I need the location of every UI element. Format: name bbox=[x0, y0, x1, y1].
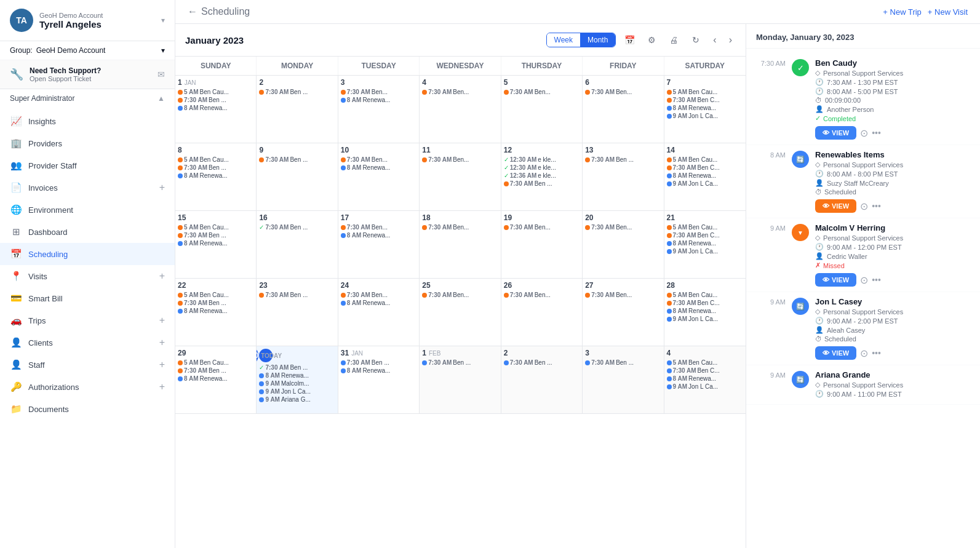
cal-day-jan8[interactable]: 8 5 AM Ben Cau... 7:30 AM Ben ... 8 AM R… bbox=[175, 143, 257, 210]
cal-event[interactable]: 7:30 AM Ben... bbox=[422, 156, 498, 163]
cal-day-jan1[interactable]: 1 JAN 5 AM Ben Cau... 7:30 AM Ben ... 8 … bbox=[175, 76, 257, 143]
sidebar-support[interactable]: 🔧 Need Tech Support? Open Support Ticket… bbox=[0, 60, 175, 89]
trips-add-icon[interactable]: + bbox=[159, 315, 165, 326]
cal-day-jan16[interactable]: 16 ✓7:30 AM Ben ... bbox=[257, 211, 338, 278]
cal-day-jan2[interactable]: 2 7:30 AM Ben ... bbox=[257, 76, 338, 143]
authorizations-add-icon[interactable]: + bbox=[159, 381, 165, 392]
cal-event[interactable]: 7:30 AM Ben... bbox=[585, 89, 661, 95]
sidebar-item-staff[interactable]: 👤 Staff + bbox=[0, 354, 175, 376]
clients-add-icon[interactable]: + bbox=[159, 337, 165, 348]
sidebar-item-trips[interactable]: 🚗 Trips + bbox=[0, 309, 175, 332]
sidebar-item-provider-staff[interactable]: 👥 Provider Staff bbox=[0, 154, 175, 177]
cal-event[interactable]: 7:30 AM Ben... bbox=[422, 89, 498, 95]
cal-day-jan18[interactable]: 18 7:30 AM Ben... bbox=[420, 211, 501, 278]
cal-event[interactable]: 9 AM Jon L Ca... bbox=[667, 248, 743, 255]
cal-day-jan31[interactable]: 31 JAN 7:30 AM Ben ... 8 AM Renewa... bbox=[338, 346, 420, 413]
cal-day-jan23[interactable]: 23 7:30 AM Ben ... bbox=[257, 279, 338, 346]
cal-event[interactable]: 8 AM Renewa... bbox=[259, 372, 335, 379]
cal-day-feb2[interactable]: 2 7:30 AM Ben ... bbox=[501, 346, 583, 413]
cal-day-jan20[interactable]: 20 7:30 AM Ben... bbox=[583, 211, 664, 278]
next-month-button[interactable]: › bbox=[725, 33, 736, 47]
cal-event[interactable]: 7:30 AM Ben... bbox=[341, 292, 416, 298]
invoices-add-icon[interactable]: + bbox=[159, 182, 165, 193]
cal-day-jan28[interactable]: 28 5 AM Ben Cau... 7:30 AM Ben C... 8 AM… bbox=[664, 279, 746, 346]
cal-event[interactable]: 7:30 AM Ben... bbox=[422, 224, 498, 231]
cal-event[interactable]: 7:30 AM Ben C... bbox=[667, 300, 743, 306]
cal-event[interactable]: 7:30 AM Ben... bbox=[341, 224, 416, 231]
cal-event[interactable]: 8 AM Renewa... bbox=[667, 172, 743, 179]
super-admin-chevron[interactable]: ▲ bbox=[157, 94, 165, 103]
cal-day-jan25[interactable]: 25 7:30 AM Ben... bbox=[420, 279, 501, 346]
cal-event[interactable]: 5 AM Ben Cau... bbox=[667, 156, 743, 163]
filter-icon[interactable]: ⚙ bbox=[643, 31, 660, 49]
cal-event[interactable]: 7:30 AM Ben ... bbox=[259, 292, 335, 298]
cal-event[interactable]: 5 AM Ben Cau... bbox=[667, 292, 743, 298]
view-button[interactable]: 👁 VIEW bbox=[815, 273, 856, 287]
cal-day-jan27[interactable]: 27 7:30 AM Ben... bbox=[583, 279, 664, 346]
cal-event[interactable]: 7:30 AM Ben... bbox=[585, 224, 661, 231]
cal-day-feb3[interactable]: 3 7:30 AM Ben ... bbox=[583, 346, 664, 413]
sidebar-item-visits[interactable]: 📍 Visits + bbox=[0, 265, 175, 287]
cal-event[interactable]: 8 AM Renewa... bbox=[178, 240, 253, 247]
cal-event[interactable]: 8 AM Renewa... bbox=[341, 367, 416, 374]
calendar-icon[interactable]: 📅 bbox=[621, 31, 638, 49]
cal-event[interactable]: 8 AM Renewa... bbox=[667, 240, 743, 247]
print-icon[interactable]: 🖨 bbox=[665, 31, 682, 49]
cal-event[interactable]: ✓7:30 AM Ben ... bbox=[259, 364, 335, 371]
cal-event[interactable]: ✓7:30 AM Ben ... bbox=[259, 224, 335, 231]
sidebar-item-environment[interactable]: 🌐 Environment bbox=[0, 199, 175, 221]
cal-event[interactable]: 7:30 AM Ben C... bbox=[667, 164, 743, 171]
cal-event[interactable]: 7:30 AM Ben ... bbox=[585, 359, 661, 366]
cal-event[interactable]: 8 AM Renewa... bbox=[178, 172, 253, 179]
cal-event[interactable]: 5 AM Ben Cau... bbox=[667, 224, 743, 231]
sidebar-item-dashboard[interactable]: ⊞ Dashboard bbox=[0, 221, 175, 243]
cal-event[interactable]: 8 AM Renewa... bbox=[341, 97, 416, 103]
cal-day-jan24[interactable]: 24 7:30 AM Ben... 8 AM Renewa... bbox=[338, 279, 420, 346]
cal-day-jan14[interactable]: 14 5 AM Ben Cau... 7:30 AM Ben C... 8 AM… bbox=[664, 143, 746, 210]
cal-event[interactable]: 7:30 AM Ben C... bbox=[667, 97, 743, 103]
cal-day-jan12[interactable]: 12 ✓12:30 AM e kle... ✓12:30 AM e kle...… bbox=[501, 143, 583, 210]
sidebar-item-providers[interactable]: 🏢 Providers bbox=[0, 132, 175, 154]
cal-event[interactable]: 7:30 AM Ben... bbox=[422, 292, 498, 298]
cal-day-jan17[interactable]: 17 7:30 AM Ben... 8 AM Renewa... bbox=[338, 211, 420, 278]
cal-day-jan19[interactable]: 19 7:30 AM Ben... bbox=[501, 211, 583, 278]
cal-event[interactable]: 8 AM Renewa... bbox=[341, 300, 416, 306]
cal-event[interactable]: 5 AM Ben Cau... bbox=[178, 156, 253, 163]
cal-event[interactable]: 7:30 AM Ben... bbox=[585, 292, 661, 298]
back-button[interactable]: ← Scheduling bbox=[188, 6, 250, 17]
cal-day-jan22[interactable]: 22 5 AM Ben Cau... 7:30 AM Ben ... 8 AM … bbox=[175, 279, 257, 346]
more-options-icon[interactable]: ••• bbox=[872, 348, 881, 358]
more-options-icon[interactable]: ••• bbox=[872, 128, 881, 138]
cal-event[interactable]: 7:30 AM Ben ... bbox=[504, 180, 580, 187]
cal-event[interactable]: 5 AM Ben Cau... bbox=[667, 359, 743, 366]
cal-event[interactable]: 7:30 AM Ben ... bbox=[178, 164, 253, 171]
cal-event[interactable]: 7:30 AM Ben ... bbox=[178, 232, 253, 239]
cal-day-jan7[interactable]: 7 5 AM Ben Cau... 7:30 AM Ben C... 8 AM … bbox=[664, 76, 746, 143]
refresh-icon[interactable]: ↻ bbox=[687, 31, 704, 49]
cal-event[interactable]: 5 AM Ben Cau... bbox=[178, 292, 253, 298]
view-button[interactable]: 👁 VIEW bbox=[815, 346, 856, 360]
cal-day-feb4[interactable]: 4 5 AM Ben Cau... 7:30 AM Ben C... 8 AM … bbox=[664, 346, 746, 413]
cal-day-jan10[interactable]: 10 7:30 AM Ben... 8 AM Renewa... bbox=[338, 143, 420, 210]
cal-day-jan29[interactable]: 29 5 AM Ben Cau... 7:30 AM Ben ... 8 AM … bbox=[175, 346, 257, 413]
cal-event[interactable]: 9 AM Jon L Ca... bbox=[667, 383, 743, 390]
sidebar-item-authorizations[interactable]: 🔑 Authorizations + bbox=[0, 376, 175, 398]
cal-day-jan9[interactable]: 9 7:30 AM Ben ... bbox=[257, 143, 338, 210]
cal-event[interactable]: 7:30 AM Ben ... bbox=[178, 300, 253, 306]
sidebar-item-documents[interactable]: 📁 Documents bbox=[0, 398, 175, 420]
new-trip-button[interactable]: + New Trip bbox=[883, 7, 922, 17]
cal-event[interactable]: 8 AM Renewa... bbox=[667, 375, 743, 382]
check-action-icon[interactable]: ⊙ bbox=[860, 201, 868, 212]
cal-event[interactable]: 7:30 AM Ben ... bbox=[422, 359, 498, 366]
new-visit-button[interactable]: + New Visit bbox=[928, 7, 968, 17]
cal-event[interactable]: 7:30 AM Ben ... bbox=[259, 156, 335, 163]
cal-event[interactable]: 7:30 AM Ben... bbox=[504, 292, 580, 298]
sidebar-item-clients[interactable]: 👤 Clients + bbox=[0, 332, 175, 354]
sidebar-item-scheduling[interactable]: 📅 Scheduling bbox=[0, 243, 175, 265]
cal-day-jan13[interactable]: 13 7:30 AM Ben ... bbox=[583, 143, 664, 210]
cal-event[interactable]: 5 AM Ben Cau... bbox=[178, 224, 253, 231]
cal-day-jan3[interactable]: 3 7:30 AM Ben... 8 AM Renewa... bbox=[338, 76, 420, 143]
cal-event[interactable]: 7:30 AM Ben C... bbox=[667, 367, 743, 374]
cal-day-jan26[interactable]: 26 7:30 AM Ben... bbox=[501, 279, 583, 346]
cal-event[interactable]: 8 AM Renewa... bbox=[178, 308, 253, 314]
